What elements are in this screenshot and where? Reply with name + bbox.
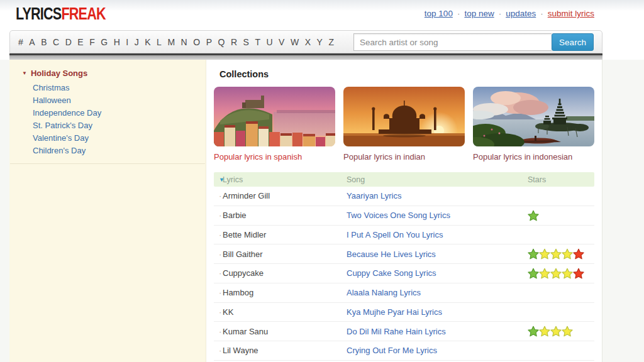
alphabet-letter-U[interactable]: U — [266, 37, 272, 47]
collection-card-spanish: Popular lyrics in spanish — [214, 87, 335, 162]
column-header-stars[interactable]: Stars — [528, 175, 594, 184]
artist-name: Lil Wayne — [223, 346, 347, 355]
bullet-icon: · — [214, 230, 223, 239]
alphabet-letter-X[interactable]: X — [305, 37, 311, 47]
alphabet-letter-R[interactable]: R — [231, 37, 237, 47]
table-header-row: ▼ Lyrics Song Stars — [214, 172, 594, 187]
bali-lake-temple-image[interactable] — [473, 87, 594, 146]
top-nav: top 100·top new·updates·submit lyrics — [425, 9, 594, 18]
star-green-icon — [528, 248, 539, 260]
alphabet-letter-W[interactable]: W — [291, 37, 299, 47]
star-yellow-icon — [562, 268, 573, 279]
sidebar-item-christmas[interactable]: Christmas — [33, 83, 70, 92]
star-red-icon — [573, 248, 584, 260]
song-link[interactable]: Kya Mujhe Pyar Hai Lyrics — [347, 307, 528, 317]
star-yellow-icon — [550, 248, 562, 260]
alphabet-letter-A[interactable]: A — [29, 37, 35, 47]
table-row: ·KKKya Mujhe Pyar Hai Lyrics — [214, 303, 594, 322]
bullet-icon: · — [214, 268, 223, 278]
alphabet-letter-G[interactable]: G — [101, 37, 108, 47]
bullet-icon: · — [214, 307, 223, 317]
nav-separator: · — [540, 9, 543, 18]
song-link[interactable]: Because He Lives Lyrics — [347, 250, 528, 259]
sidebar-header-label: Holiday Songs — [31, 69, 87, 78]
nav-link-updates[interactable]: updates — [506, 9, 536, 18]
alphabet-letter-S[interactable]: S — [243, 37, 249, 47]
alphabet-letter-L[interactable]: L — [157, 37, 162, 47]
star-rating — [528, 326, 594, 337]
alphabet-letter-V[interactable]: V — [279, 37, 284, 47]
star-green-icon — [528, 268, 539, 279]
column-header-lyrics[interactable]: Lyrics — [223, 175, 347, 184]
alphabet-letter-P[interactable]: P — [206, 37, 212, 47]
nav-link-top-100[interactable]: top 100 — [425, 9, 453, 18]
alphabet-letter-N[interactable]: N — [181, 37, 187, 47]
top-header: LYRICSFREAK top 100·top new·updates·subm… — [0, 0, 644, 30]
artist-name: Barbie — [223, 211, 347, 220]
star-yellow-icon — [539, 268, 550, 279]
collection-caption-spanish[interactable]: Popular lyrics in spanish — [214, 152, 335, 162]
spanish-coastal-city-image[interactable] — [214, 87, 335, 146]
sidebar-item-st-patrick-s-day[interactable]: St. Patrick's Day — [33, 121, 92, 130]
nav-separator: · — [499, 9, 502, 18]
logo-text-lyrics: LYRICS — [16, 4, 61, 23]
alphabet-letter-H[interactable]: H — [114, 37, 120, 47]
nav-link-submit-lyrics[interactable]: submit lyrics — [548, 9, 594, 18]
alphabet-letter-C[interactable]: C — [53, 37, 59, 47]
sort-triangle-icon[interactable]: ▼ — [214, 177, 223, 183]
taj-mahal-sunset-image[interactable] — [343, 87, 465, 146]
bullet-icon: · — [214, 250, 223, 259]
artist-name: Bill Gaither — [223, 250, 347, 259]
song-link[interactable]: Two Voices One Song Lyrics — [347, 211, 528, 220]
bullet-icon: · — [214, 211, 223, 220]
alphabet-letter-O[interactable]: O — [193, 37, 200, 47]
sidebar-list-item: Halloween — [9, 94, 206, 106]
logo-text-freak: FREAK — [61, 4, 105, 23]
sidebar-item-children-s-day[interactable]: Children's Day — [33, 146, 86, 155]
star-green-icon — [528, 210, 539, 221]
collection-caption-indian[interactable]: Popular lyrics in indian — [343, 152, 465, 162]
star-yellow-icon — [539, 248, 550, 260]
search-button[interactable]: Search — [552, 33, 594, 51]
column-header-song[interactable]: Song — [347, 175, 528, 184]
alphabet-letter-Q[interactable]: Q — [218, 37, 225, 47]
search-input[interactable] — [353, 33, 552, 51]
nav-link-top-new[interactable]: top new — [464, 9, 494, 18]
bullet-icon: · — [214, 288, 223, 297]
artist-name: Kumar Sanu — [223, 327, 347, 336]
sidebar-item-valentine-s-day[interactable]: Valentine's Day — [33, 133, 89, 143]
song-link[interactable]: Cuppy Cake Song Lyrics — [347, 268, 528, 278]
sidebar-header-holiday-songs[interactable]: ▼Holiday Songs — [9, 60, 206, 78]
sidebar-item-independence-day[interactable]: Independence Day — [33, 108, 101, 118]
toolbar: #ABCDEFGHIJKLMNOPQRSTUVWXYZ Search — [9, 30, 602, 53]
alphabet-letter-E[interactable]: E — [77, 37, 83, 47]
alphabet-letter-T[interactable]: T — [255, 37, 260, 47]
alphabet-letter-J[interactable]: J — [135, 37, 139, 47]
song-link[interactable]: Do Dil Mil Rahe Hain Lyrics — [347, 327, 528, 336]
bali-temple-illustration — [473, 87, 594, 146]
song-link[interactable]: Yaariyan Lyrics — [347, 191, 528, 200]
song-link[interactable]: Alaala Nalang Lyrics — [347, 288, 528, 297]
alphabet-letter-I[interactable]: I — [126, 37, 128, 47]
alphabet-letter-Z[interactable]: Z — [328, 37, 334, 47]
alphabet-letter-M[interactable]: M — [167, 37, 175, 47]
sidebar: ▼Holiday Songs ChristmasHalloweenIndepen… — [9, 60, 206, 362]
alphabet-letter-#[interactable]: # — [18, 37, 23, 47]
chevron-down-icon: ▼ — [22, 70, 27, 76]
song-link[interactable]: I Put A Spell On You Lyrics — [347, 230, 528, 239]
song-link[interactable]: Crying Out For Me Lyrics — [347, 346, 528, 355]
alphabet-letter-Y[interactable]: Y — [317, 37, 323, 47]
star-rating — [528, 268, 594, 279]
nav-separator: · — [457, 9, 460, 18]
alphabet-letter-F[interactable]: F — [89, 37, 95, 47]
alphabet-letter-D[interactable]: D — [65, 37, 72, 47]
alphabet-letter-B[interactable]: B — [41, 37, 47, 47]
star-red-icon — [573, 268, 584, 279]
sidebar-item-halloween[interactable]: Halloween — [33, 96, 71, 105]
site-logo[interactable]: LYRICSFREAK — [16, 4, 106, 24]
collection-caption-indonesian[interactable]: Popular lyrics in indonesian — [473, 152, 594, 162]
star-green-icon — [528, 326, 539, 337]
star-yellow-icon — [562, 248, 573, 260]
alphabet-letter-K[interactable]: K — [145, 37, 150, 47]
table-row: ·HambogAlaala Nalang Lyrics — [214, 283, 594, 303]
